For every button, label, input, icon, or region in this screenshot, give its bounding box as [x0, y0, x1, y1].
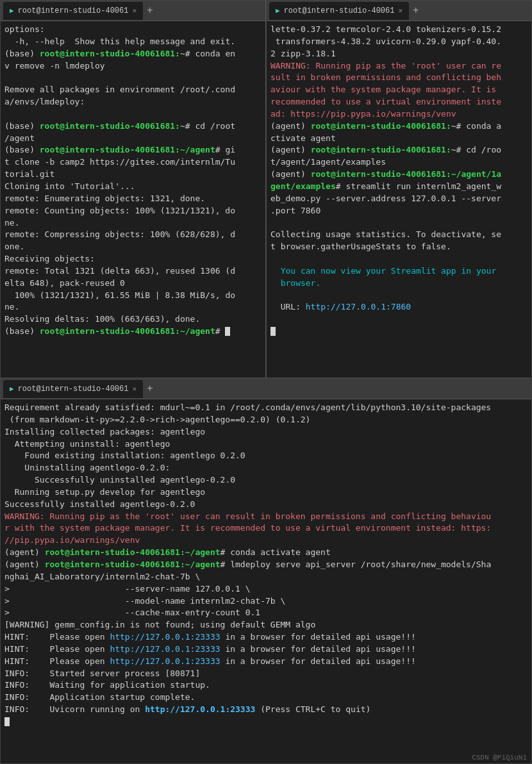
tab-bottom[interactable]: ▶ root@intern-studio-40061 ✕	[3, 380, 143, 398]
terminal-icon-right: ▶	[276, 6, 280, 15]
new-tab-left[interactable]: +	[147, 5, 153, 17]
tab-bar-left: ▶ root@intern-studio-40061 ✕ +	[1, 1, 265, 21]
tab-label-left: root@intern-studio-40061	[18, 6, 129, 15]
terminal-container: ▶ root@intern-studio-40061 ✕ + options: …	[0, 0, 532, 764]
tab-bar-right: ▶ root@intern-studio-40061 ✕ +	[267, 1, 531, 21]
tab-label-bottom: root@intern-studio-40061	[18, 385, 129, 394]
terminal-left: ▶ root@intern-studio-40061 ✕ + options: …	[0, 0, 266, 378]
terminal-bottom: ▶ root@intern-studio-40061 ✕ + Requireme…	[0, 378, 532, 764]
terminal-icon-left: ▶	[10, 6, 14, 15]
term-content-left[interactable]: options: -h, --help Show this help messa…	[1, 21, 265, 378]
close-btn-left[interactable]: ✕	[132, 6, 137, 15]
tab-bar-bottom: ▶ root@intern-studio-40061 ✕ +	[1, 379, 531, 399]
tab-right[interactable]: ▶ root@intern-studio-40061 ✕	[269, 2, 409, 20]
top-row: ▶ root@intern-studio-40061 ✕ + options: …	[0, 0, 532, 378]
tab-label-right: root@intern-studio-40061	[284, 6, 395, 15]
term-content-bottom[interactable]: Requirement already satisfied: mdurl~=0.…	[1, 399, 531, 763]
new-tab-right[interactable]: +	[413, 5, 419, 17]
tab-left[interactable]: ▶ root@intern-studio-40061 ✕	[3, 2, 143, 20]
terminal-icon-bottom: ▶	[10, 385, 14, 393]
bottom-wrap: ▶ root@intern-studio-40061 ✕ + Requireme…	[0, 378, 532, 764]
watermark: CSDN @PiQiuNi	[472, 754, 527, 761]
close-btn-bottom[interactable]: ✕	[132, 385, 137, 393]
term-content-right[interactable]: lette-0.37.2 termcolor-2.4.0 tokenizers-…	[267, 21, 531, 378]
term-output-bottom: Requirement already satisfied: mdurl~=0.…	[4, 402, 528, 728]
close-btn-right[interactable]: ✕	[398, 6, 403, 15]
term-output-right: lette-0.37.2 termcolor-2.4.0 tokenizers-…	[270, 24, 528, 338]
term-output-left: options: -h, --help Show this help messa…	[4, 24, 262, 338]
terminal-right: ▶ root@intern-studio-40061 ✕ + lette-0.3…	[266, 0, 532, 378]
new-tab-bottom[interactable]: +	[147, 383, 153, 395]
